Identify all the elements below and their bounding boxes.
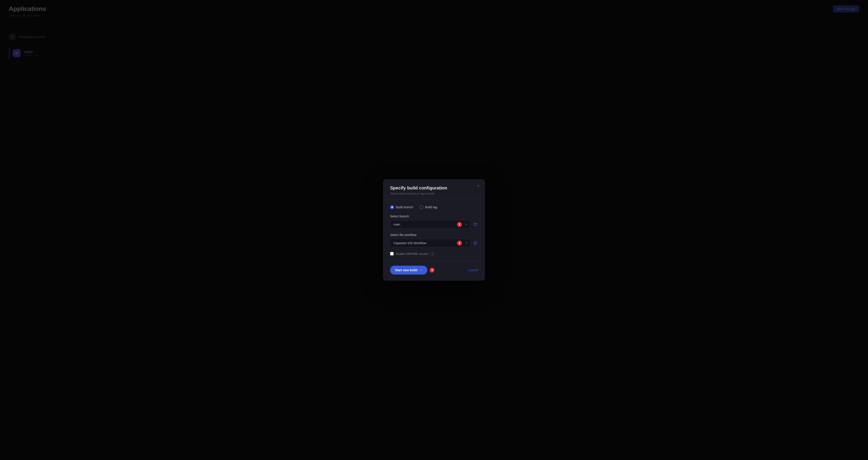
- ssh-vnc-row: Enable SSH/VNC access i: [390, 252, 478, 256]
- start-btn-arrow: →: [419, 268, 423, 272]
- radio-build-branch-label: Build branch: [396, 205, 413, 209]
- modal-overlay: × Specify build configuration Select whi…: [0, 0, 868, 460]
- modal-header: Specify build configuration Select which…: [383, 179, 485, 200]
- ssh-vnc-label: Enable SSH/VNC access: [396, 252, 428, 256]
- workflow-label: Select file workflow: [390, 233, 478, 237]
- radio-build-branch-circle: [390, 205, 394, 209]
- info-badge: i: [430, 252, 434, 256]
- branch-select-wrapper: main ▼ 1: [390, 220, 470, 229]
- radio-build-tag-circle: [420, 205, 423, 209]
- modal-footer: Start new build → 3 Cancel: [383, 261, 485, 281]
- workflow-form-group: Select file workflow Capacitor iOS Workf…: [390, 233, 478, 247]
- ssh-vnc-checkbox[interactable]: [390, 252, 394, 256]
- radio-build-tag[interactable]: Build tag: [420, 205, 437, 209]
- cancel-button[interactable]: Cancel: [468, 268, 478, 272]
- footer-badge: 3: [430, 268, 434, 272]
- workflow-refresh-button[interactable]: [472, 240, 478, 246]
- branch-form-group: Select branch main ▼ 1: [390, 215, 478, 229]
- modal-dialog: × Specify build configuration Select whi…: [383, 179, 485, 281]
- modal-body: Build branch Build tag Select branch mai…: [383, 200, 485, 261]
- modal-subtitle: Select which branch or tag to build: [390, 192, 478, 195]
- modal-inner: × Specify build configuration Select whi…: [383, 179, 485, 281]
- radio-build-branch[interactable]: Build branch: [390, 205, 413, 209]
- radio-group: Build branch Build tag: [390, 205, 478, 209]
- radio-build-tag-label: Build tag: [425, 205, 437, 209]
- workflow-badge: 2: [457, 241, 462, 245]
- branch-refresh-button[interactable]: [472, 222, 478, 227]
- start-btn-wrapper: Start new build → 3: [390, 266, 434, 274]
- workflow-select-wrapper: Capacitor iOS Workflow ▼ 2: [390, 239, 470, 247]
- start-new-build-button[interactable]: Start new build →: [390, 266, 427, 274]
- branch-label: Select branch: [390, 215, 478, 218]
- modal-title: Specify build configuration: [390, 186, 478, 191]
- close-button[interactable]: ×: [475, 183, 482, 189]
- branch-select-row: main ▼ 1: [390, 220, 478, 229]
- workflow-select-row: Capacitor iOS Workflow ▼ 2: [390, 239, 478, 247]
- branch-badge: 1: [457, 222, 462, 227]
